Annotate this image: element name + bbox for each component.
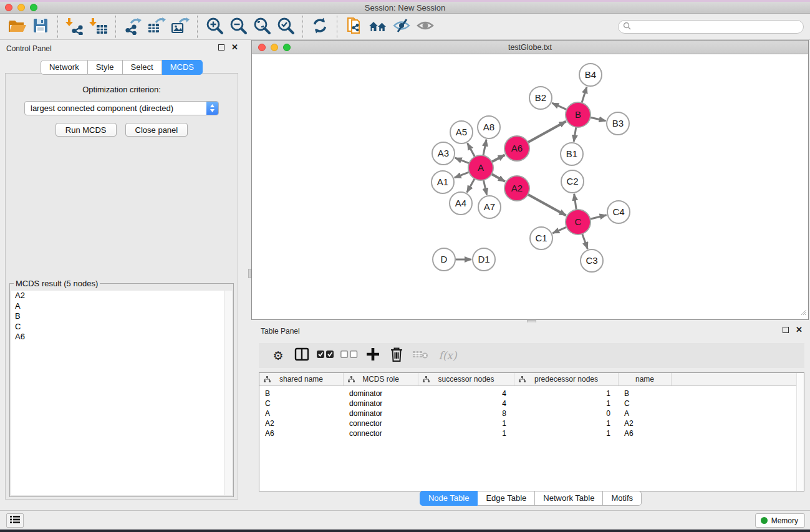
mcds-result-item[interactable]: A bbox=[11, 301, 232, 312]
network-window-titlebar[interactable]: testGlobe.txt bbox=[252, 41, 808, 54]
table-cell[interactable]: 4 bbox=[418, 399, 514, 409]
close-panel-icon[interactable]: ✕ bbox=[796, 327, 803, 333]
window-controls[interactable] bbox=[5, 4, 37, 11]
float-panel-icon[interactable] bbox=[783, 327, 789, 333]
table-cell[interactable]: A6 bbox=[619, 428, 672, 438]
table-cell[interactable]: B bbox=[259, 389, 344, 399]
table-cell[interactable]: A2 bbox=[259, 418, 344, 428]
save-session-button[interactable] bbox=[29, 15, 52, 39]
table-tab-node-table[interactable]: Node Table bbox=[420, 491, 478, 506]
home-button[interactable] bbox=[366, 15, 390, 39]
tab-mcds[interactable]: MCDS bbox=[162, 60, 203, 75]
edge-C-C1[interactable] bbox=[552, 227, 567, 233]
apply-layout-button[interactable] bbox=[308, 15, 332, 39]
tab-style[interactable]: Style bbox=[88, 60, 123, 75]
minimize-window-button[interactable] bbox=[17, 4, 25, 11]
mcds-result-item[interactable]: B bbox=[11, 311, 232, 322]
show-panels-button[interactable] bbox=[413, 15, 437, 39]
mcds-result-item[interactable]: A6 bbox=[11, 332, 232, 342]
node-table[interactable]: shared nameMCDS rolesuccessor nodesprede… bbox=[259, 372, 804, 491]
network-minimize-button[interactable] bbox=[271, 44, 278, 51]
table-cell[interactable]: 4 bbox=[418, 389, 514, 399]
splitter-handle[interactable] bbox=[248, 269, 251, 278]
table-cell[interactable]: 1 bbox=[514, 389, 619, 399]
node-D[interactable]: D bbox=[433, 248, 455, 271]
table-cell[interactable]: dominator bbox=[344, 399, 418, 409]
hide-panels-button[interactable] bbox=[390, 15, 413, 39]
node-A1[interactable]: A1 bbox=[432, 171, 454, 193]
table-cell[interactable]: 1 bbox=[514, 399, 619, 409]
table-cell[interactable]: B bbox=[619, 389, 672, 399]
tab-select[interactable]: Select bbox=[123, 60, 162, 75]
table-cell[interactable]: connector bbox=[344, 418, 418, 428]
network-zoom-button[interactable] bbox=[283, 44, 291, 51]
edge-C-C2[interactable] bbox=[574, 194, 577, 210]
table-row[interactable]: A2connector11A2 bbox=[259, 418, 804, 428]
table-cell[interactable]: A bbox=[259, 409, 344, 418]
criterion-dropdown[interactable]: largest connected component (directed) bbox=[24, 101, 219, 115]
table-cell[interactable]: 1 bbox=[514, 428, 619, 438]
node-B1[interactable]: B1 bbox=[561, 143, 583, 165]
import-table-button[interactable] bbox=[87, 15, 110, 39]
close-panel-icon[interactable]: ✕ bbox=[231, 44, 238, 51]
table-cell[interactable]: 0 bbox=[514, 409, 619, 418]
deselect-all-button[interactable] bbox=[337, 344, 361, 367]
import-network-button[interactable] bbox=[63, 15, 87, 39]
node-B2[interactable]: B2 bbox=[529, 87, 552, 109]
node-C1[interactable]: C1 bbox=[530, 227, 552, 249]
table-cell[interactable]: A bbox=[619, 409, 672, 418]
table-tab-motifs[interactable]: Motifs bbox=[603, 491, 642, 506]
zoom-selected-button[interactable] bbox=[274, 15, 297, 39]
column-header-successor-nodes[interactable]: successor nodes bbox=[418, 373, 514, 385]
export-network-button[interactable] bbox=[121, 15, 145, 39]
mcds-result-list[interactable]: A2ABCA6 bbox=[11, 291, 232, 495]
node-B4[interactable]: B4 bbox=[579, 64, 602, 86]
edge-A-A2[interactable] bbox=[491, 173, 505, 181]
search-field[interactable] bbox=[618, 20, 804, 34]
table-row[interactable]: Bdominator41B bbox=[259, 389, 804, 399]
table-cell[interactable]: C bbox=[259, 399, 344, 409]
edge-B-B2[interactable] bbox=[552, 103, 567, 110]
edge-A-A6[interactable] bbox=[491, 155, 505, 162]
node-A2[interactable]: A2 bbox=[504, 176, 529, 201]
table-cell[interactable]: A6 bbox=[259, 428, 344, 438]
list-scrollbar[interactable] bbox=[224, 291, 232, 495]
edge-A6-B[interactable] bbox=[528, 122, 566, 143]
node-C2[interactable]: C2 bbox=[561, 170, 584, 193]
edge-B-B4[interactable] bbox=[582, 87, 587, 104]
zoom-window-button[interactable] bbox=[30, 4, 37, 11]
edge-A2-C[interactable] bbox=[528, 194, 566, 215]
tab-network[interactable]: Network bbox=[41, 60, 88, 75]
network-close-button[interactable] bbox=[258, 44, 266, 51]
edge-B-B3[interactable] bbox=[590, 117, 606, 121]
edge-B-B1[interactable] bbox=[574, 127, 576, 142]
zoom-out-button[interactable] bbox=[226, 15, 250, 39]
select-all-button[interactable] bbox=[314, 344, 337, 367]
column-header-shared-name[interactable]: shared name bbox=[259, 373, 344, 385]
float-panel-icon[interactable] bbox=[218, 44, 224, 51]
memory-button[interactable]: Memory bbox=[755, 513, 805, 528]
node-C[interactable]: C bbox=[566, 210, 591, 235]
table-cell[interactable]: C bbox=[619, 399, 672, 409]
mcds-result-item[interactable]: C bbox=[11, 322, 232, 332]
export-table-button[interactable] bbox=[145, 15, 168, 39]
run-mcds-button[interactable]: Run MCDS bbox=[55, 123, 117, 137]
task-history-button[interactable] bbox=[6, 513, 24, 528]
node-D1[interactable]: D1 bbox=[473, 248, 495, 271]
column-header-predecessor-nodes[interactable]: predecessor nodes bbox=[514, 373, 619, 385]
table-cell[interactable]: dominator bbox=[344, 389, 418, 399]
edge-A-A8[interactable] bbox=[483, 140, 486, 157]
zoom-fit-button[interactable] bbox=[250, 15, 274, 39]
edge-A-A7[interactable] bbox=[483, 180, 487, 195]
node-C3[interactable]: C3 bbox=[581, 249, 603, 272]
table-cell[interactable]: connector bbox=[344, 428, 418, 438]
table-options-button[interactable]: ⚙ bbox=[266, 344, 290, 367]
edge-C-C3[interactable] bbox=[582, 233, 587, 249]
edge-A-A5[interactable] bbox=[468, 143, 475, 158]
table-cell[interactable]: 8 bbox=[418, 409, 514, 418]
edge-C-C4[interactable] bbox=[589, 215, 606, 220]
node-A3[interactable]: A3 bbox=[432, 142, 455, 165]
delete-column-button[interactable] bbox=[385, 344, 408, 367]
table-cell[interactable]: 1 bbox=[514, 418, 619, 428]
node-C4[interactable]: C4 bbox=[607, 201, 630, 223]
